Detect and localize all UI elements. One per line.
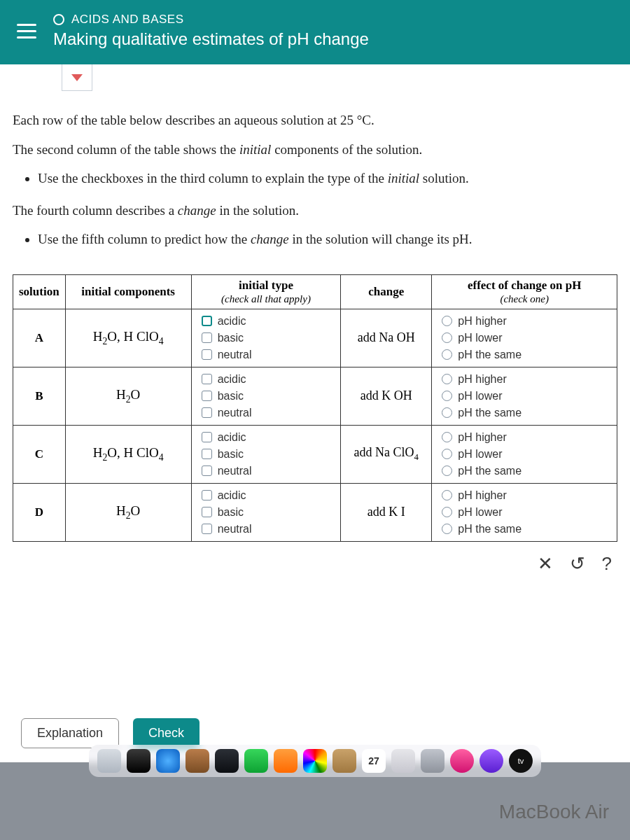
instructions: Each row of the table below describes an… [13,111,617,249]
col-solution: solution [13,274,66,309]
checkbox-label: acidic [218,431,246,444]
dock-app-calendar[interactable]: 27 [362,749,386,773]
menu-icon[interactable] [14,21,39,41]
radio-label: pH higher [458,431,506,444]
dock-app-podcasts[interactable] [479,749,503,773]
dock-app-notes[interactable] [186,749,209,773]
checkbox-label: neutral [218,407,252,419]
checkbox-label: acidic [218,489,246,502]
radio-pH-the-same[interactable] [442,407,452,418]
explanation-button[interactable]: Explanation [21,718,119,748]
close-button[interactable]: ✕ [538,553,553,575]
initial-type-options: acidicbasicneutral [191,367,341,425]
checkbox-label: neutral [218,349,252,361]
chevron-down-icon [71,74,83,81]
radio-label: pH lower [458,390,502,402]
radio-label: pH the same [458,407,522,419]
change-description: add Na ClO4 [341,425,432,483]
checkbox-acidic[interactable] [202,490,212,500]
radio-label: pH higher [458,373,506,386]
radio-pH-lower[interactable] [442,332,452,343]
col-change: change [341,274,432,309]
radio-pH-lower[interactable] [442,449,452,459]
table-row: CH2O, H ClO4acidicbasicneutraladd Na ClO… [13,425,617,483]
radio-pH-higher[interactable] [442,432,452,442]
initial-type-options: acidicbasicneutral [191,309,341,367]
solution-id: C [13,425,66,483]
macos-dock[interactable]: 27 tv [89,745,541,777]
radio-label: pH the same [458,465,522,477]
solution-id: A [13,309,66,367]
table-row: BH2Oacidicbasicneutraladd K OHpH higherp… [13,367,617,425]
table-row: AH2O, H ClO4acidicbasicneutraladd Na OHp… [13,309,617,367]
radio-label: pH lower [458,448,502,461]
helper-toolbar: ✕ ↺ ? [13,553,612,575]
dock-app-reminders[interactable] [391,749,415,773]
radio-label: pH higher [458,315,506,328]
initial-components: H2O [65,483,191,541]
checkbox-label: acidic [218,373,246,386]
table-row: DH2Oacidicbasicneutraladd K IpH higherpH… [13,483,617,541]
change-description: add Na OH [341,309,432,367]
checkbox-basic[interactable] [202,332,212,343]
effect-options: pH higherpH lowerpH the same [432,309,617,367]
radio-label: pH higher [458,489,506,502]
initial-components: H2O [65,367,191,425]
check-button[interactable]: Check [133,718,200,748]
topic-label: ACIDS AND BASES [71,13,184,27]
dock-app-launchpad[interactable] [127,749,150,773]
dock-app-music[interactable] [274,749,298,773]
checkbox-label: basic [218,506,244,519]
dock-app-terminal[interactable] [215,749,239,773]
radio-pH-the-same[interactable] [442,465,452,476]
checkbox-label: basic [218,332,244,344]
checkbox-basic[interactable] [202,507,212,517]
radio-label: pH lower [458,332,502,344]
initial-components: H2O, H ClO4 [65,309,191,367]
radio-pH-higher[interactable] [442,490,452,500]
dock-app-itunes[interactable] [450,749,474,773]
dock-app-messages[interactable] [244,749,268,773]
checkbox-acidic[interactable] [202,316,212,326]
page-title: Making qualitative estimates of pH chang… [53,29,369,49]
checkbox-label: basic [218,390,244,402]
app-header: ACIDS AND BASES Making qualitative estim… [0,0,630,64]
dock-app-system[interactable] [421,749,444,773]
undo-button[interactable]: ↺ [570,553,585,575]
topic-bullet-icon [53,14,64,25]
radio-pH-the-same[interactable] [442,524,452,534]
col-effect: effect of change on pH (check one) [432,274,617,309]
radio-pH-lower[interactable] [442,391,452,401]
dock-app-appletv[interactable]: tv [509,749,533,773]
change-description: add K I [341,483,432,541]
checkbox-neutral[interactable] [202,465,212,476]
checkbox-label: acidic [218,315,246,328]
checkbox-basic[interactable] [202,449,212,459]
solution-table: solution initial components initial type… [13,274,617,542]
checkbox-basic[interactable] [202,391,212,401]
checkbox-neutral[interactable] [202,407,212,418]
solution-id: B [13,367,66,425]
radio-label: pH the same [458,523,522,536]
dock-app-safari[interactable] [156,749,180,773]
radio-pH-lower[interactable] [442,507,452,517]
checkbox-neutral[interactable] [202,349,212,360]
help-button[interactable]: ? [602,553,612,575]
device-label: MacBook Air [499,801,609,823]
checkbox-neutral[interactable] [202,524,212,534]
initial-type-options: acidicbasicneutral [191,483,341,541]
initial-type-options: acidicbasicneutral [191,425,341,483]
effect-options: pH higherpH lowerpH the same [432,367,617,425]
dock-app-finder[interactable] [97,749,121,773]
solution-id: D [13,483,66,541]
checkbox-acidic[interactable] [202,432,212,442]
collapse-toggle[interactable] [62,64,92,91]
dock-app-photos[interactable] [303,749,327,773]
checkbox-acidic[interactable] [202,374,212,384]
radio-pH-higher[interactable] [442,316,452,326]
dock-app-books[interactable] [332,749,356,773]
radio-pH-the-same[interactable] [442,349,452,360]
initial-components: H2O, H ClO4 [65,425,191,483]
radio-pH-higher[interactable] [442,374,452,384]
effect-options: pH higherpH lowerpH the same [432,483,617,541]
